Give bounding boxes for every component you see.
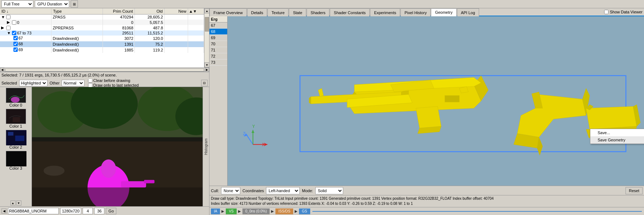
row-prim: 0: [103, 20, 134, 25]
tab-api-log[interactable]: API Log: [457, 8, 479, 16]
row-prim: 1885: [103, 47, 134, 53]
selected-select[interactable]: Highlighted Wireframe Solid: [19, 80, 47, 86]
scroll-up-btn[interactable]: ▲: [204, 8, 209, 13]
table-row[interactable]: 67 DrawIndexed() 3072 120.0: [0, 36, 204, 41]
row-checkbox[interactable]: [13, 36, 18, 40]
row-checkbox[interactable]: [6, 15, 11, 19]
pipeline-ia[interactable]: IA: [211, 208, 220, 214]
svg-rect-6: [15, 136, 24, 141]
pipeline-mid[interactable]: 0_0ns (0.0%): [242, 208, 270, 214]
col-type[interactable]: Type: [51, 8, 103, 15]
svg-text:X: X: [262, 142, 265, 147]
panel-icon-btn[interactable]: ⊟: [201, 80, 208, 86]
pipeline-iss[interactable]: ISS/DS: [275, 208, 293, 214]
left-panel: ID ↓ Type Prim Count Old New ▲▼: [0, 8, 209, 215]
geometry-content: Erg 67 68 69 70 71 72 73: [209, 16, 644, 215]
duration-select[interactable]: GPU Duration CPU Duration: [35, 0, 69, 8]
thumb-scroll-down[interactable]: ▼: [16, 200, 21, 206]
col-old[interactable]: Old: [134, 8, 164, 15]
scroll-left-btn2[interactable]: ◀: [1, 208, 7, 214]
cull-select[interactable]: None Front Back: [221, 187, 240, 194]
pipeline-vs[interactable]: VS: [226, 208, 236, 214]
table-row[interactable]: ▶ 0 0 5,057.5: [0, 20, 204, 25]
context-save-geometry-item[interactable]: Save Geometry: [590, 136, 644, 144]
row-id: 67: [18, 36, 23, 40]
expand-btn[interactable]: ▼: [7, 31, 11, 35]
scroll-down-btn[interactable]: ▼: [204, 62, 209, 67]
thumbnail-2[interactable]: Color 2: [0, 129, 32, 150]
expand-btn[interactable]: ▶: [1, 25, 5, 30]
clear-before-checkbox[interactable]: [88, 79, 92, 83]
row-checkbox[interactable]: [13, 42, 18, 46]
other-label: Other: [50, 81, 60, 85]
row-old: 487.8: [134, 25, 164, 30]
scroll-right-btn[interactable]: ▶: [205, 68, 209, 72]
expand-icon[interactable]: ⊞: [71, 0, 78, 8]
format-input[interactable]: [8, 208, 59, 214]
row-new: [164, 15, 188, 20]
col-id[interactable]: ID ↓: [0, 8, 51, 15]
table-row[interactable]: ▶ ZPREPASS 81068 487.8: [0, 25, 204, 30]
col-prim[interactable]: Prim Count: [103, 8, 134, 15]
info-line1: Draw call type: DrawIndexed Topology: Tr…: [211, 196, 643, 201]
erg-item-70[interactable]: 70: [209, 41, 227, 47]
row-prim: 81068: [103, 25, 134, 30]
table-row[interactable]: 68 DrawIndexed() 1391 75.2: [0, 41, 204, 47]
tab-pixel-history[interactable]: Pixel History: [400, 8, 431, 16]
row-old: 11,515.2: [134, 30, 164, 36]
tab-shaders[interactable]: Shaders: [307, 8, 329, 16]
num2-input[interactable]: [94, 208, 104, 214]
erg-item-72[interactable]: 72: [209, 53, 227, 59]
row-checkbox[interactable]: [13, 47, 18, 52]
context-menu: Save... Save Geometry: [590, 129, 644, 144]
pipeline-gs[interactable]: GS: [299, 208, 310, 214]
num1-input[interactable]: [83, 208, 93, 214]
svg-rect-7: [6, 151, 26, 166]
tab-texture[interactable]: Texture: [267, 8, 288, 16]
expand-btn[interactable]: ▶: [7, 20, 11, 25]
row-prim: 29511: [103, 30, 134, 36]
erg-item-68[interactable]: 68: [209, 29, 227, 35]
row-id: 67 to 73: [17, 31, 32, 35]
row-checkbox[interactable]: [12, 31, 16, 35]
erg-item-71[interactable]: 71: [209, 47, 227, 53]
row-checkbox[interactable]: [6, 26, 11, 30]
tab-geometry[interactable]: Geometry: [431, 8, 456, 16]
tab-frame-overview[interactable]: Frame Overview: [209, 8, 247, 16]
context-save-item[interactable]: Save...: [590, 129, 644, 136]
right-panel: Frame Overview Details Texture State Sha…: [209, 8, 644, 215]
coordinates-select[interactable]: Left-handed Right-handed: [266, 187, 300, 194]
tab-details[interactable]: Details: [247, 8, 267, 16]
erg-item-73[interactable]: 73: [209, 59, 227, 66]
ergs-header: Erg: [209, 16, 227, 22]
thumbnail-3[interactable]: Color 3: [0, 150, 32, 171]
thumbnail-0[interactable]: Color 0: [0, 87, 32, 108]
other-select[interactable]: Normal Dimmed Hidden: [62, 80, 84, 86]
row-type: DrawIndexed(): [51, 36, 103, 41]
show-data-viewer-checkbox[interactable]: [604, 10, 608, 14]
thumbnail-1[interactable]: Color 1: [0, 108, 32, 129]
reset-button[interactable]: Reset: [626, 187, 643, 194]
col-sort[interactable]: ▲▼: [188, 8, 204, 15]
erg-item-67[interactable]: 67: [209, 22, 227, 29]
tab-state[interactable]: State: [289, 8, 306, 16]
row-checkbox[interactable]: [12, 20, 16, 25]
scroll-left-btn[interactable]: ◀: [0, 68, 4, 72]
histogram-label: Histogram: [204, 138, 208, 155]
clear-before-label[interactable]: Clear before drawing: [88, 79, 138, 83]
tab-shader-constants[interactable]: Shader Constants: [330, 8, 370, 16]
tree-scrollbar[interactable]: ▲ ▼: [204, 8, 209, 67]
geometry-viewport[interactable]: X Y Z Save... Save Geometry: [228, 16, 644, 186]
go-button[interactable]: Go: [106, 208, 116, 214]
table-row[interactable]: ▼ 67 to 73 29511 11,515.2: [0, 30, 204, 36]
tree-select[interactable]: Full Tree Filtered Tree: [1, 0, 33, 8]
expand-btn[interactable]: ▼: [1, 15, 5, 19]
table-row[interactable]: 69 DrawIndexed() 1885 119.2: [0, 47, 204, 53]
thumb-scroll-up[interactable]: ▲: [11, 200, 16, 206]
table-row[interactable]: ▼ ZPASS 470294 28,605.2: [0, 15, 204, 20]
mode-select[interactable]: Solid Wireframe Points: [315, 187, 343, 194]
col-new[interactable]: New: [164, 8, 188, 15]
tab-experiments[interactable]: Experiments: [370, 8, 400, 16]
row-old: 120.0: [134, 36, 164, 41]
erg-item-69[interactable]: 69: [209, 35, 227, 41]
